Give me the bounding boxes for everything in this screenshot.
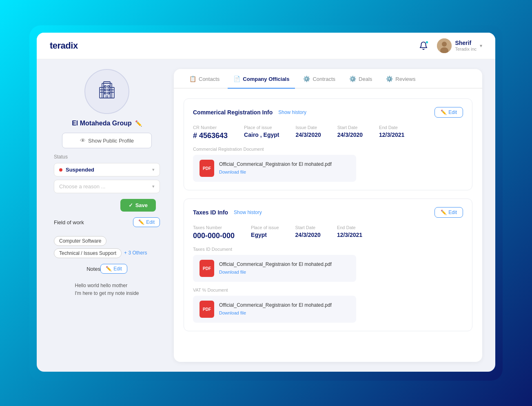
commercial-edit-icon: ✏️ <box>441 109 447 115</box>
deals-icon: ⚙️ <box>349 76 356 82</box>
show-public-profile-button[interactable]: 👁 Show Public Profile <box>62 133 152 148</box>
taxes-edit-button[interactable]: ✏️ Edit <box>434 207 463 218</box>
notes-edit-button[interactable]: ✏️ Edit <box>100 264 127 274</box>
vat-doc-info: Official_Commerical_Registraion for El m… <box>219 302 332 316</box>
status-label: Status <box>54 154 160 160</box>
taxes-end-col: End Date 12/3/2021 <box>337 225 362 240</box>
vat-doc-download[interactable]: Download file <box>219 310 246 315</box>
taxes-show-history[interactable]: Show history <box>234 210 262 215</box>
commercial-fields-row: CR Number # 4563643 Place of issue Cairo… <box>193 125 463 140</box>
taxes-number-col: Taxes Number 000-000-000 <box>193 225 235 240</box>
panel-body: Commerical Registration Info Show histor… <box>174 89 482 362</box>
user-name: Sherif <box>455 40 477 47</box>
taxes-doc-download[interactable]: Download file <box>219 270 246 274</box>
taxes-number-label: Taxes Number <box>193 225 235 230</box>
company-name: El Motaheda Group <box>72 120 132 127</box>
company-name-edit-icon[interactable]: ✏️ <box>135 120 142 127</box>
vat-doc-name: Official_Commerical_Registraion for El m… <box>219 302 332 308</box>
reason-dropdown[interactable]: Choose a reason ... ▾ <box>54 180 160 193</box>
pencil-icon: ✏️ <box>138 219 144 225</box>
vat-doc-item: PDF Official_Commerical_Registraion for … <box>193 296 356 323</box>
tab-contracts[interactable]: ⚙️ Contracts <box>297 69 341 89</box>
status-value: Suspended <box>66 167 149 173</box>
contacts-icon: 📋 <box>189 76 196 82</box>
notes-label: Notes <box>86 266 100 272</box>
main-content: El Motaheda Group ✏️ 👁 Show Public Profi… <box>37 59 495 372</box>
field-of-work-label: Field of work <box>54 219 84 225</box>
taxes-id-card: Taxes ID Info Show history ✏️ Edit Taxes… <box>184 199 472 331</box>
svg-rect-14 <box>100 87 104 98</box>
taxes-doc-item: PDF Official_Commerical_Registraion for … <box>193 255 356 282</box>
reason-chevron-icon: ▾ <box>152 184 155 189</box>
commercial-reg-card: Commerical Registration Info Show histor… <box>184 98 472 190</box>
taxes-end-value: 12/3/2021 <box>337 232 362 238</box>
svg-rect-15 <box>110 87 114 98</box>
status-dot <box>59 168 62 172</box>
save-row: ✓ Save <box>50 199 164 212</box>
inner-white: teradix <box>37 33 495 372</box>
status-dropdown[interactable]: Suspended ▾ <box>54 163 160 176</box>
taxes-start-label: Start Date <box>295 225 321 230</box>
commercial-reg-header: Commerical Registration Info Show histor… <box>193 107 463 118</box>
svg-rect-7 <box>108 86 109 87</box>
avatar <box>437 38 452 53</box>
reason-placeholder: Choose a reason ... <box>59 183 152 190</box>
top-nav: teradix <box>37 33 495 59</box>
field-of-work-section: Field of work ✏️ Edit <box>50 217 164 230</box>
commercial-doc-download[interactable]: Download file <box>219 170 246 174</box>
svg-rect-10 <box>104 92 106 94</box>
more-tags-link[interactable]: + 3 Others <box>124 248 147 258</box>
chevron-down-icon: ▾ <box>480 43 482 49</box>
taxes-pdf-icon: PDF <box>200 260 214 277</box>
taxes-start-value: 24/3/2020 <box>295 232 321 238</box>
taxes-start-col: Start Date 24/3/2020 <box>295 225 321 240</box>
field-of-work-edit-button[interactable]: ✏️ Edit <box>133 217 160 227</box>
commercial-edit-button[interactable]: ✏️ Edit <box>434 107 463 118</box>
tab-contacts[interactable]: 📋 Contacts <box>184 69 225 89</box>
issue-date-value: 24/3/2020 <box>295 132 321 138</box>
commercial-reg-title: Commerical Registration Info <box>193 109 273 116</box>
taxes-id-title: Taxes ID Info <box>193 209 228 216</box>
tabs-row: 📋 Contacts 📄 Company Officials ⚙️ Contra… <box>174 69 482 89</box>
notes-text: Hello world hello motherI'm here to get … <box>71 282 143 297</box>
commercial-doc-label: Commercial Registration Document <box>193 147 463 152</box>
field-work-header: Field of work ✏️ Edit <box>54 217 160 227</box>
svg-rect-6 <box>104 86 106 87</box>
commercial-doc-name: Official_Commerical_Registraion for El m… <box>219 161 332 167</box>
outer-frame: teradix <box>29 25 503 381</box>
start-date-label: Start Date <box>337 125 363 130</box>
taxes-number-value: 000-000-000 <box>193 232 235 240</box>
vat-pdf-icon: PDF <box>200 301 214 318</box>
svg-point-1 <box>442 42 447 47</box>
user-company: Teradix inc <box>455 47 477 52</box>
notifications-button[interactable] <box>417 40 430 52</box>
place-of-issue-value: Cairo , Egypt <box>244 132 279 138</box>
commercial-show-history[interactable]: Show history <box>278 109 306 115</box>
taxes-place-value: Egypt <box>251 232 279 238</box>
eye-icon: 👁 <box>80 137 86 144</box>
taxes-place-label: Place of issue <box>251 225 279 230</box>
tag-technical-support: Technical / Issues Support <box>54 248 122 258</box>
svg-rect-8 <box>104 89 106 91</box>
tab-deals[interactable]: ⚙️ Deals <box>344 69 378 89</box>
reviews-icon: ⚙️ <box>386 76 393 82</box>
start-date-value: 24/3/2020 <box>337 132 363 138</box>
cr-number-label: CR Number <box>193 125 228 130</box>
place-of-issue-label: Place of issue <box>244 125 279 130</box>
cr-number-value: # 4563643 <box>193 132 228 140</box>
tab-company-officials[interactable]: 📄 Company Officials <box>228 69 295 89</box>
nav-right: Sherif Teradix inc ▾ <box>417 38 482 53</box>
status-section: Status Suspended ▾ Choose a reason ... ▾ <box>50 154 164 193</box>
tag-computer-software: Computer Software <box>54 236 106 246</box>
taxes-place-col: Place of issue Egypt <box>251 225 279 240</box>
end-date-label: End Date <box>379 125 404 130</box>
issue-date-col: Issue Date 24/3/2020 <box>295 125 321 140</box>
save-button[interactable]: ✓ Save <box>120 199 156 212</box>
vat-doc-label: VAT % Document <box>193 288 463 292</box>
tab-reviews[interactable]: ⚙️ Reviews <box>380 69 421 89</box>
user-menu[interactable]: Sherif Teradix inc ▾ <box>437 38 482 53</box>
notes-pencil-icon: ✏️ <box>106 266 112 272</box>
taxes-fields-row: Taxes Number 000-000-000 Place of issue … <box>193 225 463 240</box>
commercial-pdf-icon: PDF <box>200 160 214 177</box>
status-chevron-icon: ▾ <box>152 167 155 172</box>
